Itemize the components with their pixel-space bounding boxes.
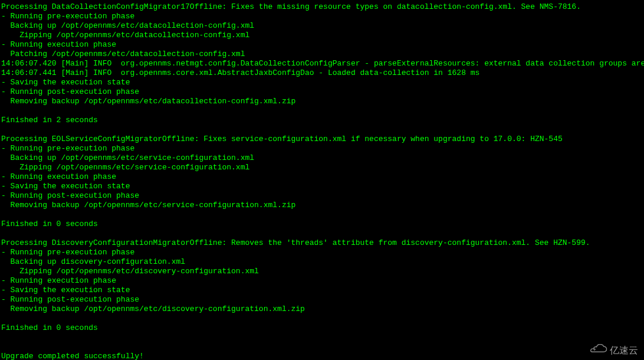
terminal-line: Backing up discovery-configuration.xml <box>1 257 644 267</box>
terminal-line <box>1 125 644 135</box>
terminal-line: - Running post-execution phase <box>1 87 644 97</box>
terminal-line: Zipping /opt/opennms/etc/discovery-confi… <box>1 267 644 276</box>
terminal-line: Patching /opt/opennms/etc/datacollection… <box>1 50 644 59</box>
terminal-line: Finished in 0 seconds <box>1 220 644 229</box>
terminal-line: - Running execution phase <box>1 276 644 286</box>
terminal-line: Finished in 0 seconds <box>1 323 644 333</box>
terminal-line: - Running execution phase <box>1 40 644 50</box>
terminal-line: - Running post-execution phase <box>1 191 644 201</box>
terminal-line <box>1 106 644 116</box>
terminal-line: Processing DiscoveryConfigurationMigrato… <box>1 238 644 248</box>
watermark-text: 亿速云 <box>610 346 638 355</box>
terminal-output: Processing DataCollectionConfigMigrator1… <box>1 2 644 360</box>
terminal-line <box>1 314 644 323</box>
terminal-line: Zipping /opt/opennms/etc/service-configu… <box>1 163 644 172</box>
terminal-line: Upgrade completed successfully! <box>1 352 644 360</box>
cloud-icon <box>587 344 607 356</box>
terminal-line: 14:06:07.420 [Main] INFO org.opennms.net… <box>1 59 644 68</box>
watermark: 亿速云 <box>587 344 638 356</box>
terminal-line: - Running pre-execution phase <box>1 12 644 21</box>
terminal-line: Finished in 2 seconds <box>1 116 644 125</box>
terminal-line: - Running post-execution phase <box>1 295 644 305</box>
terminal-line <box>1 333 644 342</box>
terminal-line: - Saving the execution state <box>1 182 644 191</box>
terminal-line <box>1 229 644 238</box>
terminal-line: Zipping /opt/opennms/etc/datacollection-… <box>1 31 644 40</box>
terminal-line: Backing up /opt/opennms/etc/service-conf… <box>1 153 644 163</box>
terminal-line: Processing EOLServiceConfigMigratorOffli… <box>1 135 644 144</box>
terminal-line: Removing backup /opt/opennms/etc/discove… <box>1 305 644 314</box>
terminal-line: - Saving the execution state <box>1 78 644 87</box>
terminal-line: Removing backup /opt/opennms/etc/service… <box>1 201 644 210</box>
terminal-line: Removing backup /opt/opennms/etc/datacol… <box>1 97 644 106</box>
terminal-line <box>1 342 644 352</box>
terminal-line <box>1 210 644 220</box>
terminal-line: 14:06:07.441 [Main] INFO org.opennms.cor… <box>1 68 644 78</box>
terminal-line: - Saving the execution state <box>1 286 644 295</box>
terminal-line: - Running execution phase <box>1 172 644 182</box>
terminal-line: - Running pre-execution phase <box>1 144 644 153</box>
terminal-line: - Running pre-execution phase <box>1 248 644 257</box>
terminal-line: Processing DataCollectionConfigMigrator1… <box>1 2 644 12</box>
terminal-line: Backing up /opt/opennms/etc/datacollecti… <box>1 21 644 31</box>
